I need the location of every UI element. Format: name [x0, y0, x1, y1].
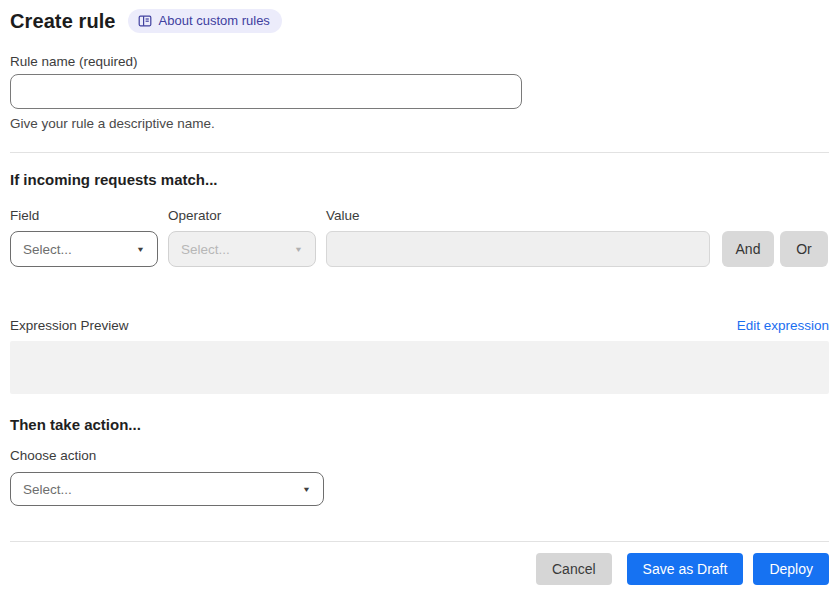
edit-expression-link[interactable]: Edit expression [737, 318, 829, 333]
create-rule-page: Create rule About custom rules Rule name… [0, 0, 839, 585]
page-title: Create rule [10, 10, 116, 33]
about-badge-label: About custom rules [159, 13, 270, 28]
book-icon [138, 14, 152, 28]
rule-name-label: Rule name (required) [10, 53, 829, 70]
section-divider [10, 152, 829, 153]
chevron-down-icon: ▼ [294, 245, 303, 254]
value-label: Value [326, 207, 360, 224]
operator-label: Operator [168, 207, 326, 224]
rule-name-group: Rule name (required) Give your rule a de… [10, 53, 829, 132]
and-button[interactable]: And [722, 231, 774, 267]
operator-select-value: Select... [181, 242, 230, 257]
or-button[interactable]: Or [780, 231, 828, 267]
expression-preview-label: Expression Preview [10, 317, 129, 335]
footer-divider [10, 541, 829, 542]
action-section-heading: Then take action... [10, 415, 829, 434]
choose-action-value: Select... [23, 482, 72, 497]
deploy-button[interactable]: Deploy [753, 553, 829, 585]
field-label: Field [10, 207, 168, 224]
field-select[interactable]: Select... ▼ [10, 231, 158, 267]
choose-action-select[interactable]: Select... ▼ [10, 472, 324, 506]
rule-name-input[interactable] [10, 74, 522, 109]
match-labels-row: Field Operator Value [10, 207, 829, 224]
choose-action-label: Choose action [10, 447, 829, 464]
chevron-down-icon: ▼ [136, 245, 145, 254]
about-custom-rules-link[interactable]: About custom rules [128, 9, 282, 33]
expression-preview-box [10, 341, 829, 394]
match-section-heading: If incoming requests match... [10, 170, 829, 189]
match-controls-row: Select... ▼ Select... ▼ And Or [10, 231, 829, 267]
value-input [326, 231, 710, 267]
cancel-button[interactable]: Cancel [536, 553, 612, 585]
expression-preview-header: Expression Preview Edit expression [10, 317, 829, 335]
operator-select: Select... ▼ [168, 231, 316, 267]
chevron-down-icon: ▼ [302, 485, 311, 494]
save-as-draft-button[interactable]: Save as Draft [627, 553, 744, 585]
field-select-value: Select... [23, 242, 72, 257]
rule-name-helper: Give your rule a descriptive name. [10, 115, 829, 132]
footer-actions: Cancel Save as Draft Deploy [10, 553, 829, 585]
page-header: Create rule About custom rules [10, 8, 829, 34]
